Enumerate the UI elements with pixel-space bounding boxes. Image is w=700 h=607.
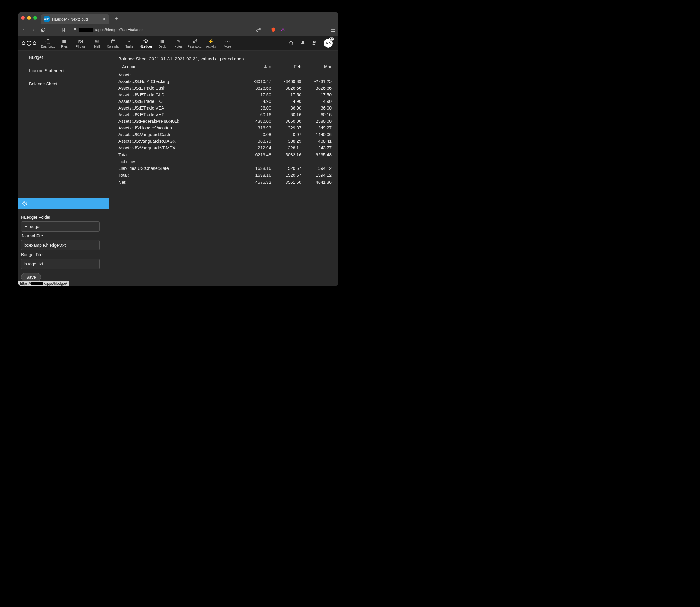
new-tab-button[interactable]: ＋ bbox=[114, 15, 119, 22]
sidebar: BudgetIncome StatementBalance Sheet HLed… bbox=[18, 51, 109, 286]
nav-app-photos[interactable]: Photos bbox=[73, 38, 89, 48]
account-cell: Assets:US:Hoogle:Vacation bbox=[118, 125, 242, 131]
extension-icon[interactable] bbox=[280, 27, 286, 33]
svg-rect-11 bbox=[162, 40, 163, 43]
section-header-row: Assets bbox=[118, 71, 333, 79]
nav-app-deck[interactable]: Deck bbox=[154, 38, 170, 48]
table-row: Assets:US:Federal:PreTax401k4380.003660.… bbox=[118, 118, 333, 125]
table-header-row: Account Jan Feb Mar bbox=[118, 63, 333, 71]
total-cell: 1594.12 bbox=[303, 172, 333, 179]
nav-app-files[interactable]: Files bbox=[56, 38, 73, 48]
table-row: Assets:US:Vanguard:VBMPX212.94228.11243.… bbox=[118, 145, 333, 151]
photos-icon bbox=[78, 39, 83, 44]
svg-marker-2 bbox=[281, 28, 285, 31]
brave-shield-icon[interactable] bbox=[271, 27, 276, 33]
nextcloud-logo-icon[interactable] bbox=[22, 41, 36, 45]
value-cell: 1440.06 bbox=[303, 131, 333, 138]
key-icon[interactable] bbox=[256, 27, 261, 33]
svg-rect-5 bbox=[112, 40, 115, 43]
nav-app-activity[interactable]: ⚡Activity bbox=[203, 38, 219, 48]
budget-input[interactable] bbox=[21, 259, 100, 269]
nav-app-tasks[interactable]: ✓Tasks bbox=[121, 38, 138, 48]
total-label: Total: bbox=[118, 151, 242, 159]
value-cell: 0.07 bbox=[273, 131, 303, 138]
avatar-badge: 37 bbox=[329, 37, 334, 41]
col-month: Mar bbox=[303, 63, 333, 71]
value-cell: 4.90 bbox=[303, 98, 333, 105]
contacts-icon[interactable] bbox=[312, 40, 317, 45]
balance-sheet-table: Account Jan Feb Mar AssetsAssets:US:BofA… bbox=[118, 63, 333, 186]
sidebar-item-budget[interactable]: Budget bbox=[18, 51, 109, 64]
nav-app-more[interactable]: ⋯More bbox=[219, 38, 236, 48]
value-cell: 243.77 bbox=[303, 145, 333, 151]
url-bar[interactable]: /apps/hledger/?tab=balance bbox=[73, 27, 144, 32]
col-month: Feb bbox=[273, 63, 303, 71]
nav-app-label: Passwo… bbox=[187, 45, 202, 48]
nav-app-hledger[interactable]: HLedger bbox=[138, 38, 154, 48]
account-cell: Assets:US:BofA:Checking bbox=[118, 78, 242, 85]
value-cell: 17.50 bbox=[303, 91, 333, 98]
mail-icon: ✉ bbox=[95, 39, 99, 44]
browser-tab[interactable]: oOo HLedger - Nextcloud ✕ bbox=[41, 15, 109, 23]
col-account: Account bbox=[118, 63, 242, 71]
nav-app-mail[interactable]: ✉Mail bbox=[89, 38, 105, 48]
value-cell: 60.16 bbox=[242, 111, 273, 118]
journal-input[interactable] bbox=[21, 240, 100, 250]
nav-app-calendar[interactable]: Calendar bbox=[105, 38, 121, 48]
maximize-window-button[interactable] bbox=[33, 16, 37, 20]
value-cell: 4.90 bbox=[273, 98, 303, 105]
svg-rect-0 bbox=[74, 29, 76, 31]
value-cell: 388.29 bbox=[273, 138, 303, 145]
total-row: Total:6213.485082.166235.48 bbox=[118, 151, 333, 159]
bookmark-button[interactable] bbox=[60, 27, 66, 33]
notes-icon: ✎ bbox=[177, 39, 181, 44]
close-tab-button[interactable]: ✕ bbox=[102, 17, 106, 21]
account-cell: Assets:US:Federal:PreTax401k bbox=[118, 118, 242, 125]
value-cell: -3469.39 bbox=[273, 78, 303, 85]
user-avatar[interactable]: Rb 37 bbox=[324, 39, 333, 48]
account-cell: Assets:US:ETrade:VEA bbox=[118, 105, 242, 111]
nav-app-label: Photos bbox=[76, 45, 86, 48]
value-cell: 36.00 bbox=[273, 105, 303, 111]
total-cell: 1638.16 bbox=[242, 172, 273, 179]
notifications-icon[interactable] bbox=[300, 41, 305, 45]
svg-point-14 bbox=[289, 41, 293, 44]
sidebar-item-income-statement[interactable]: Income Statement bbox=[18, 64, 109, 77]
sidebar-item-balance-sheet[interactable]: Balance Sheet bbox=[18, 77, 109, 90]
svg-marker-9 bbox=[144, 39, 148, 42]
forward-button[interactable] bbox=[31, 27, 36, 33]
nav-app-dashbo[interactable]: ◯Dashbo… bbox=[40, 38, 56, 48]
minimize-window-button[interactable] bbox=[27, 16, 31, 20]
value-cell: 228.11 bbox=[273, 145, 303, 151]
table-row: Assets:US:Hoogle:Vacation316.93329.87349… bbox=[118, 125, 333, 131]
net-label: Net: bbox=[118, 179, 242, 186]
save-button[interactable]: Save bbox=[21, 273, 41, 282]
total-cell: 6235.48 bbox=[303, 151, 333, 159]
search-icon[interactable] bbox=[289, 40, 294, 45]
account-cell: Assets:US:ETrade:GLD bbox=[118, 91, 242, 98]
status-hover-url: https:///apps/hledger/ bbox=[18, 281, 69, 286]
lock-icon bbox=[73, 28, 77, 32]
svg-rect-12 bbox=[163, 40, 164, 43]
url-path: /apps/hledger/?tab=balance bbox=[95, 27, 144, 32]
nav-app-label: Deck bbox=[159, 45, 166, 48]
account-cell: Liabilities:US:Chase:Slate bbox=[118, 165, 242, 172]
browser-menu-button[interactable]: ☰ bbox=[331, 26, 335, 33]
nav-app-passwo[interactable]: Passwo… bbox=[187, 38, 203, 48]
value-cell: -3010.47 bbox=[242, 78, 273, 85]
close-window-button[interactable] bbox=[21, 16, 25, 20]
svg-point-16 bbox=[313, 41, 315, 43]
section-name: Liabilities bbox=[118, 158, 333, 165]
folder-input[interactable] bbox=[21, 222, 100, 232]
window-titlebar: oOo HLedger - Nextcloud ✕ ＋ bbox=[18, 12, 338, 23]
value-cell: 60.16 bbox=[273, 111, 303, 118]
nextcloud-favicon-icon: oOo bbox=[44, 16, 49, 22]
settings-toggle[interactable] bbox=[18, 198, 109, 209]
back-button[interactable] bbox=[21, 27, 26, 33]
browser-toolbar: /apps/hledger/?tab=balance ☰ bbox=[18, 23, 338, 36]
value-cell: 212.94 bbox=[242, 145, 273, 151]
total-cell: 6213.48 bbox=[242, 151, 273, 159]
nav-app-notes[interactable]: ✎Notes bbox=[170, 38, 187, 48]
nav-app-label: Notes bbox=[174, 45, 182, 48]
reload-button[interactable] bbox=[40, 27, 46, 33]
